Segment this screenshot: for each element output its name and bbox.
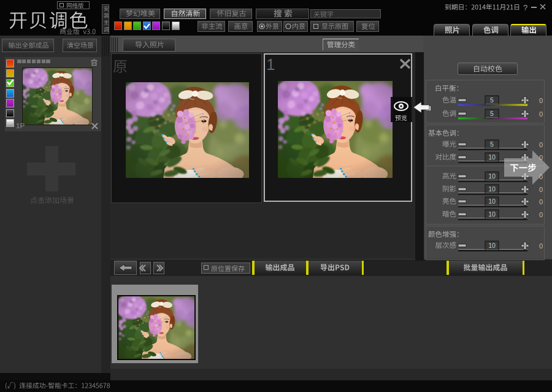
svg-text:10: 10 bbox=[488, 172, 496, 180]
svg-text:10: 10 bbox=[488, 185, 496, 193]
svg-text:1: 1 bbox=[266, 55, 275, 74]
svg-text:10: 10 bbox=[488, 198, 496, 205]
svg-text:10: 10 bbox=[488, 210, 496, 218]
svg-text:10: 10 bbox=[488, 153, 496, 161]
svg-text:0: 0 bbox=[539, 242, 543, 250]
svg-text:0: 0 bbox=[539, 198, 543, 206]
svg-text:0: 0 bbox=[539, 110, 543, 118]
svg-text:0: 0 bbox=[539, 141, 543, 148]
svg-text:0: 0 bbox=[539, 186, 543, 193]
svg-text:10: 10 bbox=[488, 242, 496, 249]
svg-text:5: 5 bbox=[490, 140, 494, 148]
svg-text:0: 0 bbox=[539, 97, 543, 104]
svg-text:5: 5 bbox=[490, 110, 494, 117]
svg-text:0: 0 bbox=[539, 211, 543, 218]
svg-text:5: 5 bbox=[490, 96, 494, 104]
svg-text:?: ? bbox=[523, 3, 527, 12]
svg-text:1P: 1P bbox=[16, 122, 25, 129]
